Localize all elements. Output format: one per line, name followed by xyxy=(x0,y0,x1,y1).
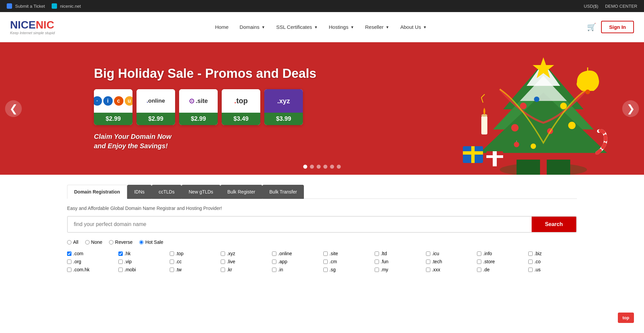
domain-card-xyz[interactable]: .xyz $3.99 xyxy=(264,89,303,125)
tab-cctlds[interactable]: ccTLDs xyxy=(152,185,181,199)
nicenic-link[interactable]: nicenic.net xyxy=(52,3,81,9)
carousel-dot-3[interactable] xyxy=(317,165,321,169)
tld-checkbox-cc[interactable] xyxy=(170,260,174,264)
carousel-dot-1[interactable] xyxy=(303,165,307,169)
submit-ticket-link[interactable]: Submit a Ticket xyxy=(7,3,45,9)
tld-checkbox-com[interactable] xyxy=(67,252,71,256)
tld-checkbox-online[interactable] xyxy=(272,252,276,256)
tld-item-tech[interactable]: .tech xyxy=(426,259,475,264)
carousel-dot-5[interactable] xyxy=(330,165,334,169)
tab-new-gtlds[interactable]: New gTLDs xyxy=(181,185,220,199)
nav-reseller[interactable]: Reseller ▼ xyxy=(361,21,394,33)
tld-checkbox-live[interactable] xyxy=(221,260,225,264)
filter-reverse-radio[interactable] xyxy=(109,240,113,244)
tld-item-kr[interactable]: .kr xyxy=(221,267,269,272)
domain-card-top[interactable]: .top $3.49 xyxy=(222,89,260,125)
tld-item-hk[interactable]: .hk xyxy=(118,251,167,256)
tld-item-sg[interactable]: .sg xyxy=(323,267,372,272)
tld-checkbox-top[interactable] xyxy=(170,252,174,256)
filter-hot-sale-radio[interactable] xyxy=(139,240,144,244)
logo[interactable]: NICENIC Keep Internet simple stupid xyxy=(10,19,55,35)
tld-item-mobi[interactable]: .mobi xyxy=(118,267,167,272)
tld-item-live[interactable]: .live xyxy=(221,259,269,264)
tld-item-site[interactable]: .site xyxy=(323,251,372,256)
filter-none-radio[interactable] xyxy=(85,240,90,244)
tld-item-fun[interactable]: .fun xyxy=(375,259,423,264)
tld-checkbox-sg[interactable] xyxy=(323,268,328,272)
tld-item-org[interactable]: .org xyxy=(67,259,116,264)
tld-checkbox-mobi[interactable] xyxy=(118,268,123,272)
nav-hostings[interactable]: Hostings ▼ xyxy=(324,21,359,33)
tld-checkbox-xxx[interactable] xyxy=(426,268,430,272)
filter-all[interactable]: All xyxy=(67,239,78,245)
tld-item-com.hk[interactable]: .com.hk xyxy=(67,267,116,272)
currency-selector[interactable]: USD($) xyxy=(584,4,598,9)
tld-checkbox-fun[interactable] xyxy=(375,260,379,264)
sign-in-button[interactable]: Sign In xyxy=(601,21,634,33)
tld-checkbox-app[interactable] xyxy=(272,260,276,264)
nav-home[interactable]: Home xyxy=(210,21,233,33)
tld-checkbox-us[interactable] xyxy=(528,268,533,272)
carousel-dot-2[interactable] xyxy=(310,165,314,169)
tld-checkbox-info[interactable] xyxy=(477,252,481,256)
tab-idns[interactable]: IDNs xyxy=(127,185,152,199)
cart-icon[interactable]: 🛒 xyxy=(587,23,596,32)
tld-item-app[interactable]: .app xyxy=(272,259,321,264)
tld-item-com[interactable]: .com xyxy=(67,251,116,256)
carousel-dot-4[interactable] xyxy=(323,165,327,169)
filter-none[interactable]: None xyxy=(85,239,102,245)
tld-item-in[interactable]: .in xyxy=(272,267,321,272)
tld-checkbox-de[interactable] xyxy=(477,268,481,272)
domain-card-site[interactable]: ⊙ .site $2.99 xyxy=(179,89,218,125)
tld-checkbox-site[interactable] xyxy=(323,252,328,256)
tld-item-de[interactable]: .de xyxy=(477,267,526,272)
tld-item-top[interactable]: .top xyxy=(170,251,218,256)
tld-item-online[interactable]: .online xyxy=(272,251,321,256)
tld-checkbox-tw[interactable] xyxy=(170,268,174,272)
tld-item-xyz[interactable]: .xyz xyxy=(221,251,269,256)
domain-card-icu[interactable]: · i c u $2.99 xyxy=(94,89,132,125)
tld-item-us[interactable]: .us xyxy=(528,267,577,272)
nav-about[interactable]: About Us ▼ xyxy=(395,21,431,33)
tld-checkbox-vip[interactable] xyxy=(118,260,123,264)
tld-checkbox-icu[interactable] xyxy=(426,252,430,256)
demo-center-link[interactable]: DEMO CENTER xyxy=(605,4,637,9)
nav-ssl[interactable]: SSL Certificates ▼ xyxy=(271,21,322,33)
tld-item-icu[interactable]: .icu xyxy=(426,251,475,256)
filter-reverse[interactable]: Reverse xyxy=(109,239,132,245)
tld-item-xxx[interactable]: .xxx xyxy=(426,267,475,272)
nav-domains[interactable]: Domains ▼ xyxy=(235,21,270,33)
tld-checkbox-in[interactable] xyxy=(272,268,276,272)
tab-domain-registration[interactable]: Domain Registration xyxy=(67,185,127,199)
tld-item-biz[interactable]: .biz xyxy=(528,251,577,256)
tld-item-tw[interactable]: .tw xyxy=(170,267,218,272)
tld-checkbox-cm[interactable] xyxy=(323,260,328,264)
tld-checkbox-xyz[interactable] xyxy=(221,252,225,256)
domain-card-online[interactable]: .online $2.99 xyxy=(137,89,175,125)
carousel-prev-button[interactable]: ❮ xyxy=(5,100,22,117)
tab-bulk-register[interactable]: Bulk Register xyxy=(220,185,262,199)
tab-bulk-transfer[interactable]: Bulk Transfer xyxy=(262,185,304,199)
tld-checkbox-biz[interactable] xyxy=(528,252,533,256)
carousel-dot-6[interactable] xyxy=(337,165,341,169)
tld-checkbox-hk[interactable] xyxy=(118,252,123,256)
tld-checkbox-ltd[interactable] xyxy=(375,252,379,256)
filter-all-radio[interactable] xyxy=(67,240,71,244)
tld-checkbox-org[interactable] xyxy=(67,260,71,264)
tld-checkbox-tech[interactable] xyxy=(426,260,430,264)
filter-hot-sale[interactable]: Hot Sale xyxy=(139,239,163,245)
tld-checkbox-store[interactable] xyxy=(477,260,481,264)
tld-checkbox-kr[interactable] xyxy=(221,268,225,272)
tld-item-cc[interactable]: .cc xyxy=(170,259,218,264)
tld-item-co[interactable]: .co xyxy=(528,259,577,264)
domain-search-button[interactable]: Search xyxy=(532,217,576,232)
tld-item-store[interactable]: .store xyxy=(477,259,526,264)
tld-checkbox-com.hk[interactable] xyxy=(67,268,71,272)
tld-checkbox-co[interactable] xyxy=(528,260,533,264)
tld-item-info[interactable]: .info xyxy=(477,251,526,256)
tld-item-cm[interactable]: .cm xyxy=(323,259,372,264)
tld-checkbox-my[interactable] xyxy=(375,268,379,272)
carousel-next-button[interactable]: ❯ xyxy=(622,100,639,117)
tld-item-ltd[interactable]: .ltd xyxy=(375,251,423,256)
tld-item-vip[interactable]: .vip xyxy=(118,259,167,264)
